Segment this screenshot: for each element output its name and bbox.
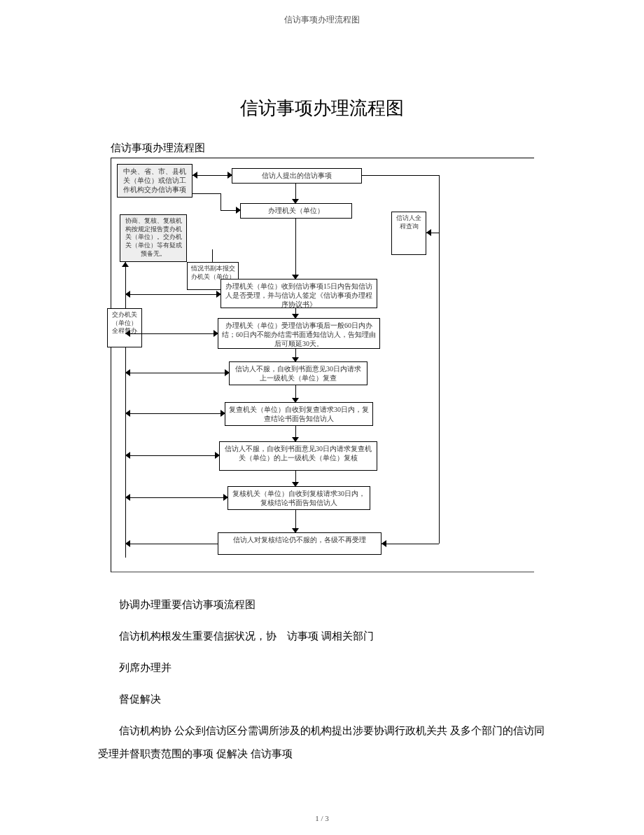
page: 信访事项办理流程图 信访事项办理流程图 信访事项办理流程图 中央、省、市、县机关… xyxy=(0,0,644,835)
paragraph-4: 信访机构协 公众到信访区分需调所涉及的机构提出涉要协调行政机关共 及多个部门的信… xyxy=(98,719,546,766)
node-consultation: 协商、复核、复核机构按规定报告责办机关（单位）。交办机关（单位）等有疑或预备无。 xyxy=(120,214,187,262)
diagram-caption: 信访事项办理流程图 xyxy=(111,142,644,155)
flowchart-diagram: 中央、省、市、县机关（单位）或信访工作机构交办信访事项 信访人提出的信访事项 办… xyxy=(111,158,534,572)
node-review-2: 复核机关（单位）自收到复核请求30日内，复核结论书面告知信访人 xyxy=(227,486,370,510)
node-petition-submitted: 信访人提出的信访事项 xyxy=(232,168,362,184)
body-text: 协调办理重要信访事项流程图 信访机构根发生重要信据状况，协 访事项 调相关部门 … xyxy=(98,593,546,766)
page-header: 信访事项办理流程图 xyxy=(0,0,644,26)
node-60day: 办理机关（单位）受理信访事项后一般60日内办结；60日内不能办结需书面通知信访人… xyxy=(218,318,380,349)
paragraph-2: 列席办理并 xyxy=(98,656,546,679)
paragraph-3: 督促解决 xyxy=(98,688,546,711)
node-15day: 办理机关（单位）收到信访事项15日内告知信访人是否受理，并与信访人签定《信访事项… xyxy=(220,279,377,308)
main-title: 信访事项办理流程图 xyxy=(0,96,644,120)
section-title-2: 协调办理重要信访事项流程图 xyxy=(98,593,546,616)
node-query: 信访人全程查询 xyxy=(391,212,426,255)
node-appeal-1: 信访人不服，自收到书面意见30日内请求上一级机关（单位）复查 xyxy=(229,361,368,385)
node-review-1: 复查机关（单位）自收到复查请求30日内，复查结论书面告知信访人 xyxy=(225,402,373,426)
node-final: 信访人对复核结论仍不服的，各级不再受理 xyxy=(218,532,382,555)
page-number: 1 / 3 xyxy=(0,814,644,822)
paragraph-1: 信访机构根发生重要信据状况，协 访事项 调相关部门 xyxy=(98,625,546,648)
node-processing-unit: 办理机关（单位） xyxy=(240,203,352,219)
node-top-authority: 中央、省、市、县机关（单位）或信访工作机构交办信访事项 xyxy=(117,164,192,198)
node-appeal-2: 信访人不服，自收到书面意见30日内请求复查机关（单位）的上一级机关（单位）复核 xyxy=(219,441,377,471)
node-supervision: 交办机关（单位）全程督办 xyxy=(107,308,142,347)
